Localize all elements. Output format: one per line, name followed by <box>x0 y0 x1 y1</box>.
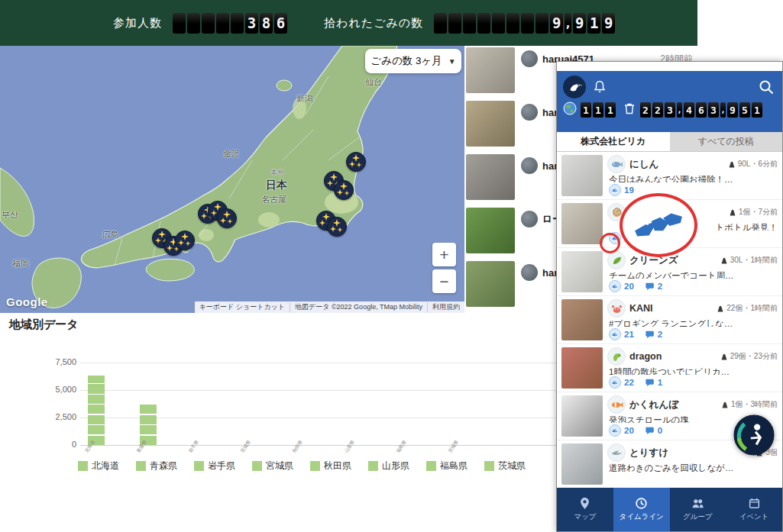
like-button[interactable]: 21 <box>609 328 634 340</box>
trash-bag-icon <box>720 353 728 361</box>
digit-cell <box>187 13 200 34</box>
y-tick-label: 0 <box>43 440 76 449</box>
digit-cell: , <box>720 102 726 118</box>
search-icon[interactable] <box>758 79 775 95</box>
like-annotation-circle <box>600 233 620 253</box>
digit-cell: 1 <box>593 102 603 118</box>
legend-swatch <box>194 461 204 471</box>
y-tick-label: 7,500 <box>43 357 76 366</box>
map-zoom-controls: + − <box>432 243 456 293</box>
like-button[interactable]: 19 <box>609 184 634 196</box>
app-header: 111 223,463,951 <box>557 71 782 132</box>
map-marker-cluster[interactable] <box>327 217 347 237</box>
thanks-bird-icon <box>609 376 621 389</box>
entry-photo[interactable] <box>561 155 603 196</box>
comment-button[interactable]: 2 <box>645 282 662 292</box>
digit-cell <box>173 13 186 34</box>
avatar <box>521 50 538 67</box>
map-label-kanazawa: 金沢 <box>223 148 240 160</box>
legend-item[interactable]: 山形県 <box>368 459 409 472</box>
map-marker-cluster[interactable] <box>334 180 354 200</box>
lizard-avatar-icon <box>607 347 626 366</box>
map-label-nagoya: 名古屋 <box>261 194 286 205</box>
digit-cell <box>477 13 490 34</box>
pirika-mascot-button[interactable] <box>733 414 775 456</box>
stats-topbar: 参加人数 386 拾われたごみの数 9,919 <box>0 0 697 46</box>
map-label-sendai: 仙台 <box>365 76 382 88</box>
timeline-entry[interactable]: KANI 22個・1時間前 #プロギング ランニングしな… 21 2 <box>557 296 782 344</box>
entry-photo[interactable] <box>561 347 603 389</box>
legend-item[interactable]: 秋田県 <box>310 459 351 472</box>
entry-photo[interactable] <box>561 299 603 340</box>
entry-username: dragon <box>629 351 717 362</box>
avatar <box>521 211 538 227</box>
x-tick-label: 山形県 <box>343 439 357 454</box>
map-marker-cluster[interactable] <box>175 231 195 250</box>
feed-photo[interactable] <box>466 47 515 93</box>
legend-item[interactable]: 岩手県 <box>194 459 235 472</box>
legend-swatch <box>368 461 378 471</box>
legend-item[interactable]: 宮城県 <box>252 459 293 472</box>
digit-cell: , <box>565 13 571 34</box>
feed-photo[interactable] <box>466 208 515 253</box>
digit-cell: 3 <box>708 102 719 118</box>
entry-photo[interactable] <box>561 251 603 292</box>
like-button[interactable]: 20 <box>609 280 634 292</box>
terms-link[interactable]: 利用規約 <box>427 302 464 312</box>
like-button[interactable]: 22 <box>609 376 634 389</box>
thanks-bird-icon <box>609 424 621 437</box>
map-marker-cluster[interactable] <box>217 208 237 228</box>
notifications-bell-icon[interactable] <box>592 79 607 95</box>
nav-group[interactable]: グループ <box>670 488 726 531</box>
trash-count-label: 拾われたごみの数 <box>324 16 423 31</box>
nav-timeline[interactable]: タイムライン <box>613 488 670 531</box>
bar-slot: 山形県 <box>340 363 392 445</box>
digit-cell <box>535 13 548 34</box>
map-label-honshu: 本州 <box>270 168 284 178</box>
map-label-fukuoka: 福岡 <box>12 258 29 269</box>
entry-photo[interactable] <box>561 443 603 485</box>
participants-counter: 386 <box>173 13 287 34</box>
nav-map[interactable]: マップ <box>557 488 613 531</box>
zoom-in-button[interactable]: + <box>432 243 456 266</box>
digit-cell <box>521 13 534 34</box>
timeline-entry[interactable]: にしん 90L・6分前 今日はみんなで公園お掃除！… 19 <box>557 152 782 200</box>
comment-button[interactable]: 1 <box>645 378 662 388</box>
entry-photo[interactable] <box>561 395 603 437</box>
entry-amount: 22個・1時間前 <box>717 303 778 314</box>
map-pin-icon <box>578 497 591 510</box>
like-button[interactable]: 20 <box>609 424 634 437</box>
map-label-niigata: 新潟 <box>296 93 313 105</box>
google-logo[interactable]: Google <box>6 295 48 308</box>
legend-item[interactable]: 北海道 <box>78 459 119 472</box>
feed-photo[interactable] <box>466 261 515 307</box>
map-marker-cluster[interactable] <box>346 152 366 172</box>
entry-username: かくれんぼ <box>629 398 717 411</box>
dashboard-screen: 参加人数 386 拾われたごみの数 9,919 <box>0 0 783 532</box>
digit-cell: 9 <box>573 13 586 34</box>
digit-cell: 1 <box>581 102 591 118</box>
app-tabs: 株式会社ピリカ すべての投稿 <box>557 132 782 152</box>
legend-item[interactable]: 茨城県 <box>484 459 526 472</box>
legend-item[interactable]: 福島県 <box>426 459 468 472</box>
entry-amount: 90L・6分前 <box>728 159 778 169</box>
handshake-annotation-circle <box>620 193 697 257</box>
comment-button[interactable]: 0 <box>645 426 662 436</box>
avatar <box>521 264 538 281</box>
zoom-out-button[interactable]: − <box>432 269 456 293</box>
entry-photo[interactable] <box>561 203 603 244</box>
keyboard-shortcuts-link[interactable]: キーボード ショートカット <box>195 302 290 312</box>
nav-event[interactable]: イベント <box>726 488 782 531</box>
timeline-entry[interactable]: dragon 29個・23分前 1時間の散歩ついでにピリカ… 22 1 <box>557 344 782 392</box>
caret-down-icon: ▼ <box>448 57 456 66</box>
comment-button[interactable]: 2 <box>645 330 662 340</box>
tab-company[interactable]: 株式会社ピリカ <box>557 132 670 151</box>
trash-counter-group: 拾われたごみの数 9,919 <box>324 13 615 34</box>
bar-slot: 北海道 <box>80 363 132 445</box>
legend-item[interactable]: 青森県 <box>136 459 177 472</box>
map-canvas[interactable]: 新潟 仙台 金沢 本州 日本 名古屋 広島 福岡 부산 ごみの数 3ヶ月 ▼ +… <box>0 46 464 313</box>
tab-all-posts[interactable]: すべての投稿 <box>670 132 783 151</box>
feed-photo[interactable] <box>466 101 515 147</box>
feed-photo[interactable] <box>466 154 515 200</box>
trash-period-filter-dropdown[interactable]: ごみの数 3ヶ月 ▼ <box>365 49 461 73</box>
